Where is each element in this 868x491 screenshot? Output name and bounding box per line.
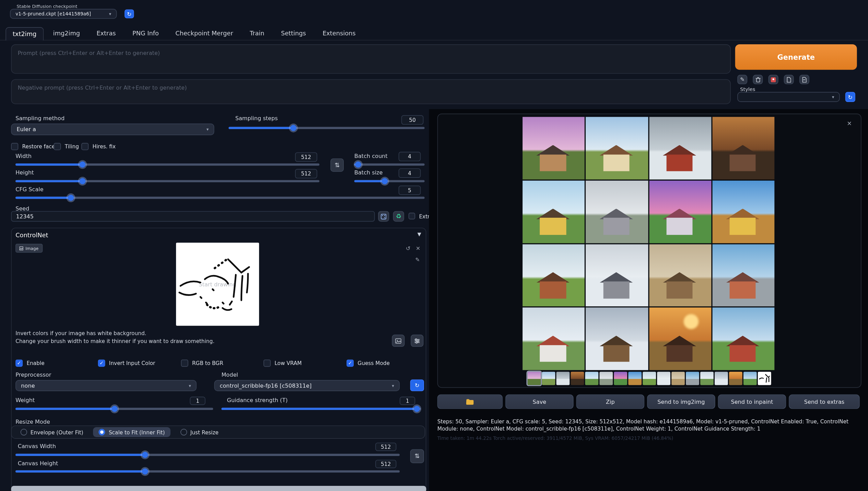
- clear-prompt-button[interactable]: [753, 75, 763, 84]
- send-to-inpaint-button[interactable]: Send to inpaint: [718, 395, 786, 409]
- model-refresh-button[interactable]: ↻: [410, 379, 424, 391]
- gallery-thumbnail[interactable]: [700, 372, 714, 385]
- low-vram-checkbox[interactable]: Low VRAM: [263, 359, 302, 367]
- gallery-image[interactable]: [523, 117, 585, 179]
- width-value[interactable]: 512: [295, 152, 317, 162]
- brush-settings-button[interactable]: [411, 335, 423, 347]
- seed-input[interactable]: [11, 211, 375, 222]
- gallery-thumbnail[interactable]: [686, 372, 699, 385]
- tab-settings[interactable]: Settings: [274, 26, 313, 40]
- checkbox-box[interactable]: [81, 143, 89, 150]
- send-to-extras-button[interactable]: Send to extras: [789, 395, 860, 409]
- gallery-image[interactable]: [712, 181, 774, 243]
- gallery-thumbnail[interactable]: [628, 372, 642, 385]
- gallery-image[interactable]: [649, 308, 711, 370]
- cfg-scale-value[interactable]: 5: [399, 186, 421, 195]
- guess-mode-checkbox[interactable]: Guess Mode: [347, 359, 390, 367]
- gallery-thumbnail[interactable]: [671, 372, 685, 385]
- random-seed-button[interactable]: [378, 211, 389, 222]
- radio-icon[interactable]: [99, 429, 105, 435]
- gallery-thumbnail[interactable]: [585, 372, 598, 385]
- radio-icon[interactable]: [21, 429, 27, 435]
- sampling-steps-value[interactable]: 50: [401, 115, 424, 125]
- checkbox-box[interactable]: [54, 143, 61, 150]
- slider-knob[interactable]: [142, 452, 148, 458]
- resize-option-just-resize[interactable]: Just Resize: [175, 427, 224, 437]
- gallery-image[interactable]: [649, 117, 711, 179]
- checkbox-box[interactable]: [181, 359, 188, 367]
- rgb-to-bgr-checkbox[interactable]: RGB to BGR: [181, 359, 223, 367]
- brush-icon[interactable]: ✎: [415, 256, 420, 263]
- gallery-image[interactable]: [586, 181, 648, 243]
- apply-style-button[interactable]: [799, 75, 809, 84]
- slider-knob[interactable]: [290, 125, 296, 131]
- swap-canvas-dimensions-button[interactable]: ⇅: [410, 449, 424, 463]
- checkbox-box[interactable]: [11, 143, 18, 150]
- canvas-height-slider[interactable]: [15, 470, 400, 472]
- guidance-strength-value[interactable]: 1: [400, 397, 415, 405]
- preprocessor-dropdown[interactable]: none ▾: [15, 380, 197, 391]
- save-style-button[interactable]: [784, 75, 794, 84]
- checkpoint-dropdown[interactable]: v1-5-pruned.ckpt [e1441589a6] ▾: [10, 9, 117, 19]
- gallery-image[interactable]: [586, 308, 648, 370]
- canvas-height-value[interactable]: 512: [375, 460, 396, 468]
- batch-count-slider[interactable]: [354, 163, 425, 165]
- gallery-thumbnail[interactable]: [528, 372, 541, 385]
- gallery-thumbnail[interactable]: [571, 372, 584, 385]
- close-gallery-icon[interactable]: ×: [847, 120, 852, 127]
- checkbox-box[interactable]: [15, 359, 23, 367]
- tab-txt2img[interactable]: txt2img: [5, 27, 44, 41]
- negative-prompt-input[interactable]: [11, 79, 731, 104]
- canvas-width-value[interactable]: 512: [375, 443, 396, 451]
- gallery-image[interactable]: [712, 244, 774, 307]
- tab-extensions[interactable]: Extensions: [315, 26, 363, 40]
- gallery-thumbnail[interactable]: [715, 372, 728, 385]
- slider-knob[interactable]: [414, 406, 420, 412]
- weight-value[interactable]: 1: [190, 397, 205, 405]
- gallery-image[interactable]: [649, 181, 711, 243]
- weight-slider[interactable]: [15, 408, 213, 410]
- styles-refresh-button[interactable]: ↻: [845, 92, 855, 102]
- open-folder-button[interactable]: [437, 395, 503, 409]
- extra-networks-button[interactable]: [769, 75, 778, 84]
- gallery-thumbnail[interactable]: [599, 372, 613, 385]
- gallery-thumbnail[interactable]: [614, 372, 627, 385]
- slider-knob[interactable]: [79, 161, 85, 168]
- height-value[interactable]: 512: [295, 169, 317, 178]
- gallery-thumbnail[interactable]: [542, 372, 555, 385]
- gallery-image[interactable]: [712, 117, 774, 179]
- width-slider[interactable]: [15, 163, 319, 165]
- gallery-thumbnail[interactable]: [657, 372, 670, 385]
- gallery-image[interactable]: [649, 244, 711, 307]
- enable-checkbox[interactable]: Enable: [15, 359, 44, 367]
- gallery-thumbnail[interactable]: [556, 372, 570, 385]
- slider-knob[interactable]: [111, 406, 117, 412]
- cutoff-light-bar[interactable]: [11, 486, 426, 491]
- restore-faces-checkbox[interactable]: Restore faces: [11, 143, 58, 150]
- gallery-image[interactable]: [523, 244, 585, 307]
- radio-icon[interactable]: [180, 429, 187, 435]
- sampling-steps-slider[interactable]: [228, 127, 424, 129]
- new-canvas-button[interactable]: [392, 335, 404, 347]
- batch-size-value[interactable]: 4: [399, 169, 421, 178]
- guidance-strength-slider[interactable]: [221, 408, 421, 410]
- generate-button[interactable]: Generate: [735, 44, 857, 70]
- checkbox-box[interactable]: [347, 359, 354, 367]
- invert-input-color-checkbox[interactable]: Invert Input Color: [98, 359, 155, 367]
- batch-count-value[interactable]: 4: [399, 152, 421, 161]
- styles-dropdown[interactable]: ▾: [737, 92, 840, 102]
- slider-knob[interactable]: [68, 195, 74, 201]
- checkpoint-refresh-button[interactable]: ↻: [125, 9, 134, 18]
- gallery-thumbnail[interactable]: [643, 372, 656, 385]
- resize-option-scale-to-fit[interactable]: Scale to Fit (Inner Fit): [93, 427, 171, 437]
- model-dropdown[interactable]: control_scribble-fp16 [c508311e] ▾: [214, 380, 400, 391]
- slider-knob[interactable]: [142, 468, 148, 475]
- prompt-input[interactable]: [11, 44, 731, 74]
- reuse-seed-button[interactable]: ♻: [393, 211, 404, 222]
- controlnet-canvas[interactable]: Start drawing: [176, 243, 259, 326]
- undo-icon[interactable]: ↺: [406, 246, 411, 252]
- height-slider[interactable]: [15, 180, 319, 182]
- gallery-thumbnail[interactable]: [729, 372, 742, 385]
- clear-canvas-icon[interactable]: ✕: [416, 246, 421, 252]
- scribble-map-thumbnail[interactable]: [758, 372, 771, 385]
